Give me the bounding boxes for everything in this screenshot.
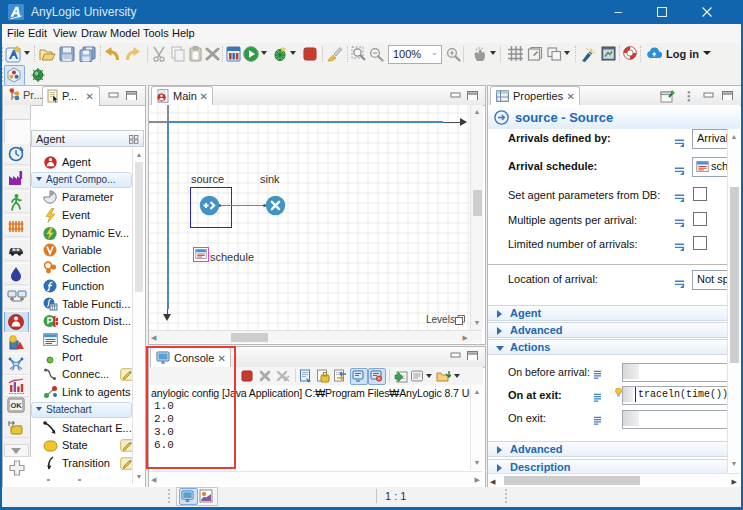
svg-text:OK: OK bbox=[10, 401, 22, 410]
